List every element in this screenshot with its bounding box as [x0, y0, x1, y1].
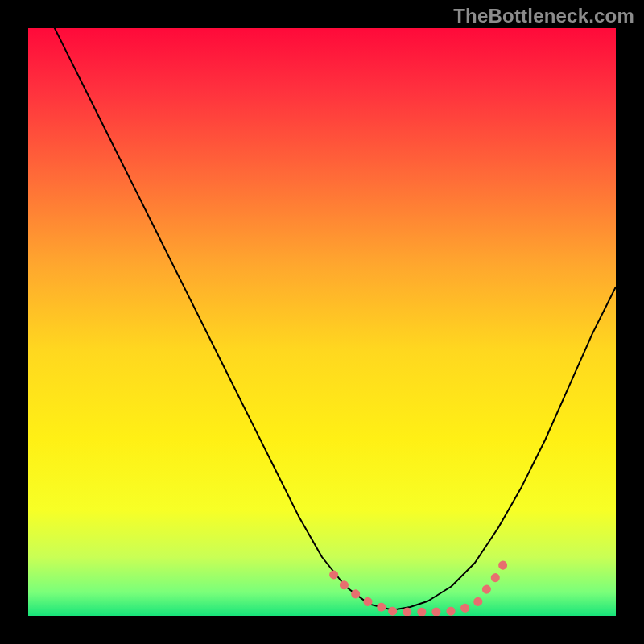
plot-area: [28, 28, 616, 616]
chart-frame: TheBottleneck.com: [0, 0, 644, 644]
series-highlight-bottom: [393, 595, 487, 612]
series-highlight-left: [334, 575, 393, 609]
curve-layer: [28, 28, 616, 616]
series-highlight-right: [486, 563, 504, 589]
series-bottleneck-curve: [28, 28, 616, 610]
watermark-text: TheBottleneck.com: [453, 5, 634, 27]
